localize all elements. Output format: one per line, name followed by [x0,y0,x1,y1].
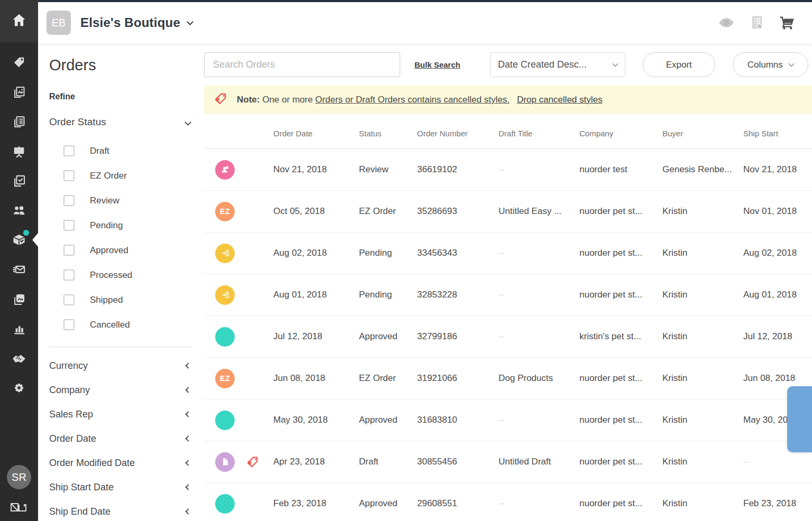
checkbox[interactable] [63,220,75,231]
chevron-left-icon [185,460,191,466]
checkbox[interactable] [63,294,75,305]
cart-icon[interactable] [779,15,796,30]
table-row[interactable]: EZ Oct 05, 2018 EZ Order 35286693 Untitl… [204,191,812,232]
cell-draft-title: -- [499,165,579,174]
company-name[interactable]: Elsie's Boutique [80,15,180,30]
company-avatar[interactable]: EB [47,11,71,35]
user-avatar[interactable]: SR [7,465,31,489]
table-row[interactable]: EZ Jun 08, 2018 EZ Order 31921066 Dog Pr… [204,358,812,399]
checkbox[interactable] [63,145,75,156]
cell-company: nuorder test [579,164,662,175]
order-status-icon-cell: EZ [204,369,273,388]
note-label: Note: [237,95,260,105]
header-draft-title[interactable]: Draft Title [499,129,579,138]
sidebar-item-analytics[interactable] [0,314,38,343]
status-option-pending[interactable]: Pending [49,213,204,238]
chevron-left-icon [185,484,191,490]
status-option-shipped[interactable]: Shipped [49,287,204,312]
cell-draft-title: -- [499,499,579,508]
checkbox-label: Processed [90,270,132,281]
table-row[interactable]: EZ May 30, 2018 Approved 31683810 -- nuo… [204,399,812,441]
cell-buyer: Kristin [662,457,743,467]
sidebar-item-campaigns[interactable] [0,255,38,284]
table-row[interactable]: EZ Jul 12, 2018 Approved 32799186 -- kri… [204,316,812,358]
home-button[interactable] [0,0,38,42]
order-status-icon-cell: EZ [204,244,273,263]
header-company[interactable]: Company [579,129,662,138]
search-input[interactable] [204,52,400,77]
table-row[interactable]: EZ Apr 23, 2018 Draft 30855456 Untitled … [204,441,812,483]
status-option-cancelled[interactable]: Cancelled [49,312,204,337]
linesheet-star-icon[interactable] [750,15,764,31]
checkbox[interactable] [63,319,75,330]
sort-dropdown[interactable]: Date Created Desc... [490,52,625,77]
sidebar-item-tag[interactable] [0,48,38,77]
sidebar-item-gallery[interactable] [0,284,38,314]
header-order-date[interactable]: Order Date [273,129,359,138]
bulk-search-link[interactable]: Bulk Search [414,60,460,69]
cancelled-styles-note: Note: One or more Orders or Draft Orders… [204,86,812,114]
cell-order-number: 32799186 [417,331,499,342]
sidebar-item-settings[interactable] [0,373,38,403]
send-mail-icon [12,262,27,277]
order-status-options: Draft EZ Order Review Pending Approved P… [49,138,204,337]
header-order-number[interactable]: Order Number [417,129,499,138]
checkbox-label: EZ Order [90,171,127,181]
filter-order-status-header[interactable]: Order Status [49,116,204,128]
checkbox[interactable] [63,195,75,206]
eye-icon[interactable] [718,16,735,29]
table-row[interactable]: EZ Aug 01, 2018 Pending 32853228 -- nuor… [204,274,812,316]
top-bar: EB Elsie's Boutique [38,0,812,43]
table-row[interactable]: EZ Aug 02, 2018 Pending 33456343 -- nuor… [204,232,812,274]
header-buyer[interactable]: Buyer [662,129,743,138]
status-option-approved[interactable]: Approved [49,238,204,263]
orders-main: Bulk Search Date Created Desc... Export … [204,43,812,521]
status-option-ez-order[interactable]: EZ Order [49,163,204,188]
sidebar-item-linesheets[interactable] [0,77,38,107]
price-tag-icon [12,55,26,69]
order-status-label: Order Status [49,116,106,128]
filter-section-label: Company [49,385,90,396]
cell-company: nuorder pet st... [579,457,662,467]
filter-section-ship-end-date[interactable]: Ship End Date [49,499,204,521]
filter-section-currency[interactable]: Currency [49,353,204,378]
table-row[interactable]: EZ Nov 21, 2018 Review 36619102 -- nuord… [204,149,812,191]
cell-status: Pending [359,290,417,300]
sidebar-item-orders[interactable] [0,225,38,255]
cell-status: EZ Order [359,373,417,384]
sidebar-item-catalogs[interactable] [0,107,38,136]
columns-label: Columns [748,60,783,70]
status-option-review[interactable]: Review [49,188,204,213]
filter-section-sales-rep[interactable]: Sales Rep [49,402,204,426]
header-status[interactable]: Status [359,129,417,138]
sidebar-item-partners[interactable] [0,343,38,373]
columns-button[interactable]: Columns [733,52,808,77]
cancelled-styles-link[interactable]: Orders or Draft Orders contains cancelle… [315,95,510,105]
cell-company: kristin's pet st... [579,331,662,342]
table-row[interactable]: EZ Feb 23, 2018 Approved 29608551 -- nuo… [204,483,812,521]
export-button[interactable]: Export [643,52,715,77]
status-option-processed[interactable]: Processed [49,263,204,287]
order-status-icon-cell: EZ [204,202,273,221]
order-status-icon: EZ [215,452,235,472]
filter-section-ship-start-date[interactable]: Ship Start Date [49,475,204,499]
filter-section-order-modified-date[interactable]: Order Modified Date [49,451,204,475]
status-option-draft[interactable]: Draft [49,138,204,163]
drop-cancelled-styles-link[interactable]: Drop cancelled styles [517,95,603,105]
cell-ship-start: -- [743,458,812,466]
sidebar-item-presentations[interactable] [0,136,38,166]
checkbox[interactable] [63,245,75,256]
chevron-down-icon[interactable] [187,18,193,25]
checkbox[interactable] [63,269,75,281]
sidebar-item-reports[interactable] [0,166,38,196]
image-stack-icon [12,85,26,99]
checkbox[interactable] [63,170,75,181]
chevron-left-icon [185,435,191,441]
filter-section-company[interactable]: Company [49,378,204,402]
filter-section-order-date[interactable]: Order Date [49,426,204,451]
sidebar-item-customers[interactable] [0,196,38,225]
help-tab[interactable]: Help [787,386,812,452]
header-ship-start[interactable]: Ship Start [743,129,812,138]
nuorder-logo[interactable] [11,503,27,515]
right-column: EB Elsie's Boutique Orders Refine [38,0,812,521]
